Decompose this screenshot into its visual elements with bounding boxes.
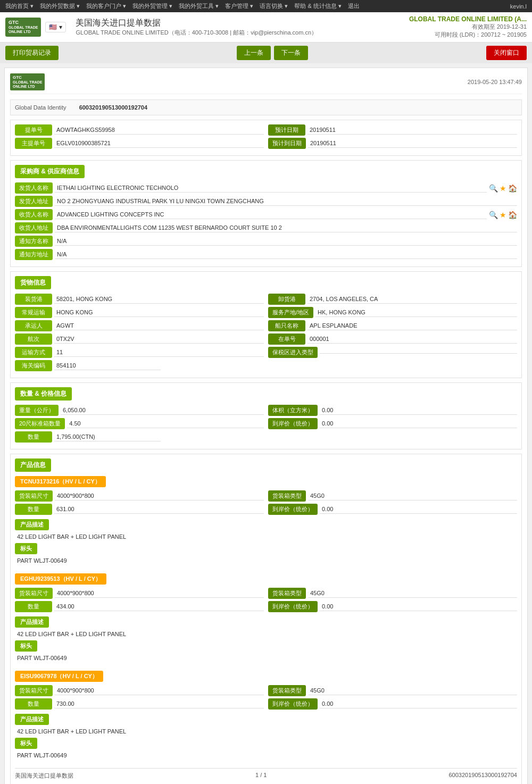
products-section: 产品信息 TCNU3173216（HV / L / CY） 货装箱尺寸 4000… bbox=[10, 454, 522, 784]
container-1-size-value: 4000*900*800 bbox=[55, 491, 264, 501]
voyage-row: 航次 0TX2V bbox=[15, 333, 264, 345]
container-2-marks-label: 标头 bbox=[15, 640, 37, 652]
container-3-price-value: 0.00 bbox=[320, 699, 517, 708]
shipper-name-label: 发货人名称 bbox=[15, 182, 53, 194]
bill-count-value: 000001 bbox=[307, 335, 517, 344]
nav-customer[interactable]: 我的客户门户 ▾ bbox=[86, 2, 126, 10]
header-logo-section: GTC GLOBAL TRADE ONLINE LTD 🇺🇸 ▾ 美国海关进口提… bbox=[5, 18, 317, 37]
quantity-value: 1,795.00(CTN) bbox=[54, 432, 161, 441]
shipper-address-row: 发货人地址 NO 2 ZHONGYUANG INDUSTRIAL PARK YI… bbox=[15, 196, 517, 207]
container-1-price-value: 0.00 bbox=[320, 505, 517, 514]
nav-tools[interactable]: 我的外贸工具 ▾ bbox=[179, 2, 219, 10]
shipper-address-label: 发货人地址 bbox=[15, 196, 53, 207]
container-1-marks-block: 标头 PART WLJT-00649 bbox=[15, 541, 517, 565]
master-bill-value: EGLV010900385721 bbox=[54, 139, 264, 148]
notify-name-row: 通知方名称 N/A bbox=[15, 236, 517, 247]
container-2-qty-label: 数量 bbox=[15, 601, 52, 612]
nav-lang[interactable]: 语言切换 ▾ bbox=[260, 2, 288, 10]
container-1-price-row: 到岸价（统价） 0.00 bbox=[268, 504, 517, 515]
next-button[interactable]: 下一条 bbox=[274, 46, 308, 60]
bonded-row: 保税区进入类型 bbox=[268, 347, 517, 358]
nav-logout[interactable]: 退出 bbox=[348, 2, 360, 10]
volume-row: 体积（立方米） 0.00 bbox=[268, 405, 517, 416]
shipper-star-icon[interactable]: ★ bbox=[500, 184, 506, 193]
transport-mode-row: 运输方式 11 bbox=[15, 347, 264, 358]
container-2-qty-row: 数量 434.00 bbox=[15, 601, 264, 612]
nav-user: kevin.l bbox=[510, 3, 527, 10]
document-header: GTC GLOBAL TRADE ONLINE LTD 2019-05-20 1… bbox=[10, 73, 522, 94]
quantity-label: 数量 bbox=[15, 431, 52, 443]
notify-name-value: N/A bbox=[55, 237, 517, 246]
consignee-name-row: 收货人名称 ADVANCED LIGHTING CONCEPTS INC 🔍 ★… bbox=[15, 209, 517, 220]
quantity-row-1: 重量（公斤） 6,050.00 体积（立方米） 0.00 bbox=[15, 405, 517, 418]
container-1-qty-value: 631.00 bbox=[54, 505, 264, 514]
shipper-search-icon[interactable]: 🔍 bbox=[489, 184, 498, 193]
container-3-desc-block: 产品描述 42 LED LIGHT BAR + LED LIGHT PANEL bbox=[15, 712, 517, 736]
teu-label: 20尺标准箱数量 bbox=[15, 418, 65, 429]
shipment-row-4: 航次 0TX2V 在单号 000001 bbox=[15, 333, 517, 347]
consignee-home-icon[interactable]: 🏠 bbox=[508, 211, 517, 219]
country-flag-selector[interactable]: 🇺🇸 ▾ bbox=[45, 22, 66, 32]
nav-management[interactable]: 我的外贸管理 ▾ bbox=[132, 2, 172, 10]
estimated-departure-label: 预计日期 bbox=[268, 124, 305, 136]
shipment-row-1: 装货港 58201, HONG KONG 卸货港 2704, LOS ANGEL… bbox=[15, 294, 517, 307]
container-3: EISU9067978（HV / L / CY） 货装箱尺寸 4000*900*… bbox=[15, 671, 517, 760]
teu-value: 4.50 bbox=[67, 419, 264, 428]
container-2-price-label: 到岸价（统价） bbox=[268, 601, 318, 612]
document-timestamp: 2019-05-20 13:47:49 bbox=[468, 79, 522, 85]
container-3-qty-row: 数量 730.00 bbox=[15, 698, 264, 710]
nav-data[interactable]: 我的外贸数据 ▾ bbox=[40, 2, 80, 10]
bonded-label: 保税区进入类型 bbox=[268, 347, 318, 358]
weight-value: 6,050.00 bbox=[61, 406, 264, 415]
shipper-name-row: 发货人名称 IETHAI LIGHTING ELECTRONIC TECHNOL… bbox=[15, 182, 517, 194]
unit-price-row: 到岸价（统价） 0.00 bbox=[268, 418, 517, 429]
container-1-no: TCNU3173216（HV / L / CY） bbox=[15, 476, 106, 487]
container-2-type-value: 45G0 bbox=[308, 589, 517, 598]
unit-price-value: 0.00 bbox=[320, 419, 517, 428]
container-1-desc-label: 产品描述 bbox=[15, 519, 49, 530]
estimated-departure-row: 预计日期 20190511 bbox=[268, 124, 517, 136]
destination-port-label: 卸货港 bbox=[268, 294, 305, 305]
doc-footer-source: 美国海关进口提单数据 bbox=[15, 772, 73, 780]
nav-help[interactable]: 帮助 & 统计信息 ▾ bbox=[294, 2, 342, 10]
identity-value: 60032019051300019270​4 bbox=[79, 104, 147, 111]
identity-label: Global Data Identity bbox=[15, 104, 66, 111]
region-row: 服务产地/地区 HK, HONG KONG bbox=[268, 307, 517, 318]
prev-button[interactable]: 上一条 bbox=[237, 46, 271, 60]
bill-fields: 提单号 AOWTAGHKGS59958 预计日期 20190511 主提单号 E… bbox=[10, 120, 522, 156]
consignee-name-label: 收货人名称 bbox=[15, 209, 53, 220]
doc-logo-icon: GTC GLOBAL TRADE ONLINE LTD bbox=[10, 73, 45, 90]
estimated-arrival-row: 预计到日期 20190511 bbox=[268, 138, 517, 149]
print-button[interactable]: 打印贸易记录 bbox=[5, 46, 59, 60]
consignee-search-icon[interactable]: 🔍 bbox=[489, 211, 498, 219]
voyage-value: 0TX2V bbox=[54, 335, 264, 344]
buyer-supplier-title: 采购商 & 供应商信息 bbox=[15, 165, 85, 178]
container-3-size-row: 货装箱尺寸 4000*900*800 bbox=[15, 685, 264, 696]
container-1-size-label: 货装箱尺寸 bbox=[15, 490, 53, 502]
flag-dropdown-arrow: ▾ bbox=[59, 23, 62, 31]
departure-port-value: 58201, HONG KONG bbox=[54, 295, 264, 304]
container-1-type-value: 45G0 bbox=[308, 491, 517, 501]
nav-buttons: 上一条 下一条 bbox=[237, 46, 308, 60]
container-1-row-1: 货装箱尺寸 4000*900*800 货装箱类型 45G0 bbox=[15, 490, 517, 504]
nav-crm[interactable]: 客户管理 ▾ bbox=[225, 2, 253, 10]
global-data-identity-row: Global Data Identity 6003201905130001927… bbox=[10, 99, 522, 115]
consignee-icons: 🔍 ★ 🏠 bbox=[489, 211, 517, 219]
close-button[interactable]: 关闭窗口 bbox=[486, 46, 527, 60]
nav-home[interactable]: 我的首页 ▾ bbox=[5, 2, 34, 10]
destination-port-value: 2704, LOS ANGELES, CA bbox=[307, 295, 517, 304]
page-title: 美国海关进口提单数据 bbox=[76, 18, 317, 29]
destination-port-row: 卸货港 2704, LOS ANGELES, CA bbox=[268, 294, 517, 305]
forwarder-label: 承运人 bbox=[15, 320, 52, 331]
container-3-type-label: 货装箱类型 bbox=[268, 685, 306, 696]
shipper-home-icon[interactable]: 🏠 bbox=[508, 184, 517, 193]
consignee-address-label: 收货人地址 bbox=[15, 222, 53, 233]
consignee-star-icon[interactable]: ★ bbox=[500, 211, 506, 219]
departure-port-label: 装货港 bbox=[15, 294, 52, 305]
container-3-qty-label: 数量 bbox=[15, 698, 52, 710]
container-2-qty-value: 434.00 bbox=[54, 602, 264, 611]
bill-no-label: 提单号 bbox=[15, 124, 52, 136]
transport-mode-label: 运输方式 bbox=[15, 347, 52, 358]
header-bar: GTC GLOBAL TRADE ONLINE LTD 🇺🇸 ▾ 美国海关进口提… bbox=[0, 12, 532, 43]
bill-no-value: AOWTAGHKGS59958 bbox=[54, 126, 264, 135]
